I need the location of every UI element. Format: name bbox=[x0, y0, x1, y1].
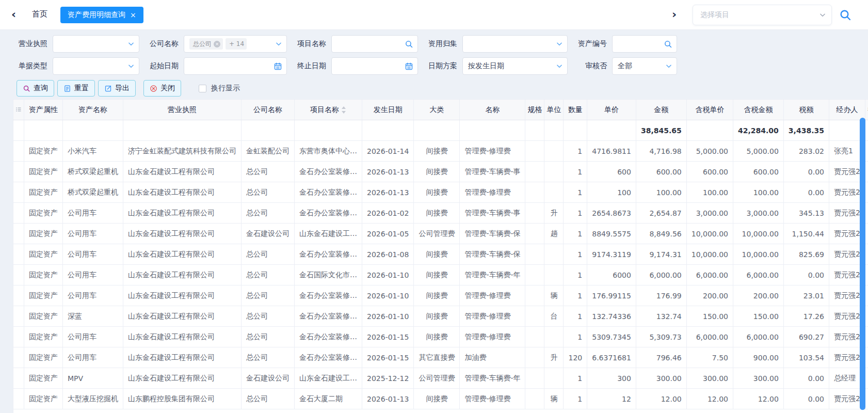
cell: 17.26 bbox=[783, 306, 829, 327]
calendar-icon[interactable] bbox=[274, 62, 282, 71]
row-handle-icon[interactable] bbox=[15, 106, 22, 113]
search-icon[interactable] bbox=[405, 40, 413, 49]
table-row[interactable]: 固定资产大型液压挖掘机山东鹏程控股集团有限公司总公司金石大厦二期2026-01-… bbox=[13, 389, 868, 409]
cell: 300.00 bbox=[733, 368, 784, 389]
cell: 132.74336 bbox=[587, 306, 636, 327]
table-row[interactable]: 固定资产公司用车山东金石建设工程有限公司总公司金石办公室装修…2026-01-1… bbox=[13, 347, 868, 368]
cell: 山东金石建设工程有限公司 bbox=[123, 347, 242, 368]
column-header[interactable]: 经办人 bbox=[829, 100, 865, 120]
doc-type-select[interactable] bbox=[53, 57, 139, 75]
project-name-label: 项目名称 bbox=[290, 39, 326, 49]
cell: 600.00 bbox=[733, 162, 784, 182]
end-date-input[interactable] bbox=[331, 57, 418, 75]
column-header[interactable]: 大类 bbox=[414, 100, 460, 120]
table-row[interactable]: 固定资产公司用车山东金石建设工程有限公司总公司金石办公室装修…2026-01-1… bbox=[13, 285, 868, 306]
cell: 管理费-车辆费-事 bbox=[460, 203, 525, 224]
summary-row[interactable]: 38,845.6542,284.003,438.35 bbox=[13, 120, 868, 141]
handle-column-header[interactable] bbox=[13, 100, 24, 120]
cell: 公司用车 bbox=[63, 347, 123, 368]
table-row[interactable]: 固定资产桥式双梁起重机山东金石建设工程有限公司总公司金石办公室装修…2026-0… bbox=[13, 182, 868, 203]
cell: 5,000.00 bbox=[686, 141, 733, 162]
export-button[interactable]: 导出 bbox=[98, 80, 136, 97]
table-row[interactable]: 固定资产桥式双梁起重机山东金石建设工程有限公司总公司金石办公室装修…2026-0… bbox=[13, 162, 868, 182]
column-header[interactable]: 资产属性 bbox=[24, 100, 63, 120]
column-header[interactable]: 资产名称 bbox=[63, 100, 123, 120]
cell bbox=[525, 327, 544, 347]
table-row[interactable]: 固定资产公司用车山东金石建设工程有限公司总公司金石办公室装修…2026-01-1… bbox=[13, 327, 868, 347]
cell bbox=[544, 244, 564, 265]
column-header[interactable]: 规格 bbox=[525, 100, 544, 120]
column-header[interactable]: 行备注 bbox=[865, 100, 868, 120]
column-header[interactable]: 名称 bbox=[460, 100, 525, 120]
tab-close-icon[interactable]: × bbox=[130, 11, 136, 19]
table-row[interactable]: 固定资产公司用车山东金石建设工程有限公司金石建设公司山东金石建设工…2026-0… bbox=[13, 224, 868, 244]
query-button[interactable]: 查询 bbox=[17, 80, 54, 97]
table-vertical-scrollbar[interactable] bbox=[860, 118, 865, 410]
cell bbox=[362, 120, 414, 141]
filter-panel: 营业执照 公司名称 总公司× + 14 项目名称 资用归集 bbox=[0, 30, 868, 75]
cell: 10,000.00 bbox=[686, 244, 733, 265]
column-header[interactable]: 公司名称 bbox=[242, 100, 295, 120]
tabs-scroll-right-icon[interactable]: › bbox=[672, 7, 677, 22]
column-header[interactable]: 含税单价 bbox=[686, 100, 733, 120]
column-header[interactable]: 营业执照 bbox=[123, 100, 242, 120]
cell bbox=[63, 120, 123, 141]
cell: 0.00 bbox=[783, 162, 829, 182]
cell: 公司管理费 bbox=[414, 224, 460, 244]
cell: 283.02 bbox=[783, 141, 829, 162]
column-header[interactable]: 发生日期 bbox=[362, 100, 414, 120]
tag-remove-icon[interactable]: × bbox=[214, 41, 220, 47]
tab-active[interactable]: 资产费用明细查询 × bbox=[60, 7, 143, 23]
table-row[interactable]: 固定资产深蓝山东金石建设工程有限公司总公司金石办公室装修…2026-01-10间… bbox=[13, 306, 868, 327]
wrap-display-checkbox[interactable]: 换行显示 bbox=[199, 84, 240, 93]
audited-select[interactable]: 全部 bbox=[612, 57, 677, 75]
table-row[interactable]: 固定资产MPV山东金石建设工程有限公司金石建设公司山东金石建设工…2025-12… bbox=[13, 368, 868, 389]
search-icon[interactable] bbox=[664, 40, 672, 49]
cell: 固定资产 bbox=[24, 368, 63, 389]
date-scheme-select[interactable]: 按发生日期 bbox=[462, 57, 568, 75]
global-search-icon[interactable] bbox=[839, 9, 851, 21]
date-scheme-label: 日期方案 bbox=[421, 61, 457, 71]
column-header[interactable]: 项目名称 bbox=[295, 100, 362, 120]
expense-collection-select[interactable] bbox=[462, 35, 568, 53]
cell: 600.00 bbox=[636, 162, 686, 182]
company-name-multiselect[interactable]: 总公司× + 14 bbox=[184, 35, 287, 53]
sort-icon[interactable] bbox=[341, 106, 346, 114]
chevron-down-icon bbox=[665, 62, 672, 70]
table-row[interactable]: 固定资产公司用车山东金石建设工程有限公司总公司金石办公室装修…2026-01-0… bbox=[13, 203, 868, 224]
cell: 山东金石建设工程有限公司 bbox=[123, 244, 242, 265]
cell: 辆 bbox=[544, 285, 564, 306]
cell: 2026-01-14 bbox=[362, 141, 414, 162]
column-header[interactable]: 税额 bbox=[783, 100, 829, 120]
cell: 8849.5575 bbox=[587, 224, 636, 244]
business-license-select[interactable] bbox=[53, 35, 139, 53]
cell: 12.00 bbox=[636, 389, 686, 409]
cell: 600 bbox=[587, 162, 636, 182]
doc-type-label: 单据类型 bbox=[11, 61, 47, 71]
filter-row-1: 营业执照 公司名称 总公司× + 14 项目名称 资用归集 bbox=[0, 35, 868, 53]
close-button[interactable]: 关闭 bbox=[143, 80, 181, 97]
table-row[interactable]: 固定资产公司用车山东金石建设工程有限公司总公司金石办公室装修…2026-01-0… bbox=[13, 244, 868, 265]
cell: 1 bbox=[564, 389, 587, 409]
column-header[interactable]: 含税金额 bbox=[733, 100, 784, 120]
table-row[interactable]: 固定资产小米汽车济宁金虹装配式建筑科技有限公司金虹装配公司东营市奥体中心…202… bbox=[13, 141, 868, 162]
checkbox-icon[interactable] bbox=[199, 85, 206, 92]
cell: 山东金石建设工程有限公司 bbox=[123, 162, 242, 182]
calendar-icon[interactable] bbox=[405, 62, 413, 71]
column-header[interactable]: 单位 bbox=[544, 100, 564, 120]
table-row[interactable]: 固定资产公司用车山东金石建设工程有限公司总公司金石国际文化市…2026-01-1… bbox=[13, 265, 868, 285]
cell: 7.50 bbox=[686, 347, 733, 368]
cell: 345.13 bbox=[783, 203, 829, 224]
project-name-search-input[interactable] bbox=[331, 35, 418, 53]
project-select[interactable]: 选择项目 bbox=[693, 5, 832, 25]
asset-no-search-input[interactable] bbox=[612, 35, 677, 53]
reset-button[interactable]: 重置 bbox=[57, 80, 95, 97]
cell: 山东鹏程控股集团有限公司 bbox=[123, 389, 242, 409]
cell: 管理费-车辆费-年 bbox=[460, 368, 525, 389]
column-header[interactable]: 单价 bbox=[587, 100, 636, 120]
column-header[interactable]: 金额 bbox=[636, 100, 686, 120]
start-date-input[interactable] bbox=[184, 57, 287, 75]
column-header[interactable]: 数量 bbox=[564, 100, 587, 120]
tab-home[interactable]: 首页 bbox=[32, 9, 47, 19]
tabs-scroll-left-icon[interactable]: ‹ bbox=[11, 7, 16, 22]
